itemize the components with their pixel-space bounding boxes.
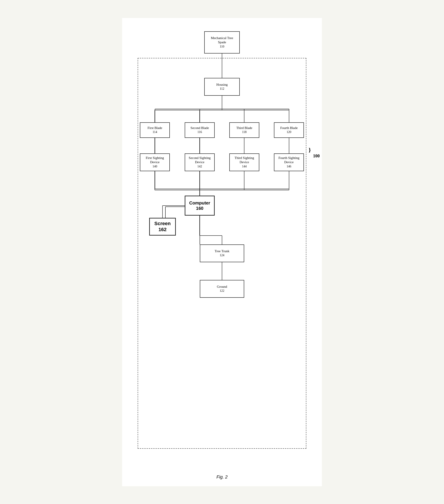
mechanical-tree-spade-label: Mechanical Tree Spade <box>206 36 238 45</box>
computer-box: Computer160 <box>185 196 215 216</box>
computer-label: Computer160 <box>189 200 210 211</box>
second-sighting-number: 142 <box>197 164 202 168</box>
first-sighting-label: First Sighting Device <box>142 156 168 164</box>
third-blade-number: 118 <box>242 130 247 134</box>
third-sighting-box: Third Sighting Device 144 <box>229 153 259 171</box>
second-sighting-label: Second Sighting Device <box>187 156 213 164</box>
third-sighting-label: Third Sighting Device <box>231 156 257 164</box>
system-number-label: } <box>309 147 311 153</box>
fourth-blade-number: 120 <box>287 130 291 134</box>
housing-box: Housing 112 <box>204 78 240 96</box>
second-sighting-box: Second Sighting Device 142 <box>185 153 215 171</box>
diagram: Mechanical Tree Spade 110 Housing 112 Fi… <box>131 27 313 471</box>
tree-trunk-number: 124 <box>220 253 224 257</box>
first-blade-box: First Blade 114 <box>140 122 170 138</box>
fourth-sighting-box: Fourth Sighting Device 146 <box>274 153 304 171</box>
third-blade-label: Third Blade <box>236 126 252 130</box>
mechanical-tree-spade-box: Mechanical Tree Spade 110 <box>204 31 240 54</box>
ground-number: 122 <box>220 289 224 293</box>
first-blade-number: 114 <box>153 130 157 134</box>
fourth-blade-box: Fourth Blade 120 <box>274 122 304 138</box>
third-blade-box: Third Blade 118 <box>229 122 259 138</box>
fourth-blade-label: Fourth Blade <box>280 126 298 130</box>
first-sighting-box: First Sighting Device 140 <box>140 153 170 171</box>
second-blade-box: Second Blade 116 <box>185 122 215 138</box>
fourth-sighting-number: 146 <box>287 164 291 168</box>
tree-trunk-label: Tree Trunk <box>215 249 230 253</box>
housing-label: Housing <box>216 83 228 87</box>
figure-caption: Fig. 2 <box>131 474 313 480</box>
first-sighting-number: 140 <box>153 164 157 168</box>
ground-label: Ground <box>217 285 227 289</box>
housing-number: 112 <box>220 87 224 91</box>
first-blade-label: First Blade <box>147 126 162 130</box>
page: Mechanical Tree Spade 110 Housing 112 Fi… <box>122 18 322 486</box>
screen-label: Screen162 <box>154 221 171 233</box>
ground-box: Ground 122 <box>200 280 244 298</box>
second-blade-number: 116 <box>197 130 202 134</box>
screen-box: Screen162 <box>149 218 176 235</box>
second-blade-label: Second Blade <box>191 126 209 130</box>
system-number: 100 <box>313 153 320 159</box>
third-sighting-number: 144 <box>242 164 247 168</box>
mechanical-tree-spade-number: 110 <box>220 45 224 49</box>
tree-trunk-box: Tree Trunk 124 <box>200 244 244 262</box>
brace-symbol: } <box>309 147 311 153</box>
fourth-sighting-label: Fourth Sighting Device <box>276 156 302 164</box>
